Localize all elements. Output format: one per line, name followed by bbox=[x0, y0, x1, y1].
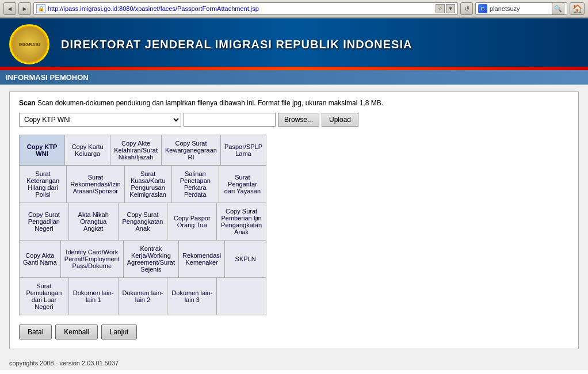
refresh-button[interactable]: ↺ bbox=[460, 2, 473, 15]
address-bar: 🔒 http://ipass.imigrasi.go.id:8080/xpasi… bbox=[33, 2, 458, 15]
doc-cell-akta-nikah[interactable]: Akta Nikah Orangtua Angkat bbox=[69, 203, 119, 240]
main-area: Scan Scan dokumen-dokumen pendukung dan … bbox=[0, 85, 588, 356]
ssl-star-icon[interactable]: ☆ bbox=[436, 4, 445, 13]
doc-cell-identity-card[interactable]: Identity Card/Work Permit/Employment Pas… bbox=[61, 241, 124, 277]
home-button[interactable]: 🏠 bbox=[570, 2, 585, 15]
doc-row-2: Surat Keterangan Hilang dari Polisi Sura… bbox=[20, 166, 266, 203]
footer: copyrights 2008 - version 2.03.01.5037 bbox=[0, 356, 588, 370]
header-title: DIREKTORAT JENDERAL IMIGRASI REPUBLIK IN… bbox=[61, 38, 412, 51]
forward-button[interactable]: ► bbox=[18, 2, 31, 15]
dropdown-wrap: Copy KTP WNI Copy Kartu Keluarga Copy Ak… bbox=[19, 113, 181, 127]
doc-cell-copy-akte[interactable]: Copy Akte Kelahiran/Surat Nikah/Ijazah bbox=[110, 135, 162, 165]
doc-cell-kontrak-kerja[interactable]: Kontrak Kerja/Working Agreement/Surat Se… bbox=[124, 241, 179, 277]
doc-cell-dokumen-lain-1[interactable]: Dokumen lain-lain 1 bbox=[69, 278, 119, 315]
browser-chrome: ◄ ► 🔒 http://ipass.imigrasi.go.id:8080/x… bbox=[0, 0, 588, 18]
doc-row-1: Copy KTP WNI Copy Kartu Keluarga Copy Ak… bbox=[20, 135, 266, 166]
search-wrap: G planetsuzy 🔍 bbox=[475, 2, 567, 15]
back-button[interactable]: ◄ bbox=[3, 2, 16, 15]
doc-cell-surat-keterangan-hilang[interactable]: Surat Keterangan Hilang dari Polisi bbox=[20, 166, 67, 203]
doc-row-3: Copy Surat Pengadilan Negeri Akta Nikah … bbox=[20, 203, 266, 241]
kembali-button[interactable]: Kembali bbox=[55, 325, 97, 339]
ssl-lock-icon[interactable]: ▼ bbox=[446, 4, 455, 13]
doc-cell-surat-pemulangan[interactable]: Surat Pemulangan dari Luar Negeri bbox=[20, 278, 69, 315]
section-label: INFORMASI PEMOHON bbox=[6, 73, 89, 82]
doc-cell-salinan-penetapan[interactable]: Salinan Penetapan Perkara Perdata bbox=[172, 166, 219, 203]
file-input-box bbox=[184, 113, 276, 127]
lanjut-button[interactable]: Lanjut bbox=[101, 325, 138, 339]
document-grid: Copy KTP WNI Copy Kartu Keluarga Copy Ak… bbox=[19, 135, 266, 315]
doc-row-5: Surat Pemulangan dari Luar Negeri Dokume… bbox=[20, 278, 266, 315]
doc-cell-copy-paspor-orang-tua[interactable]: Copy Paspor Orang Tua bbox=[167, 203, 217, 240]
doc-cell-dokumen-lain-3[interactable]: Dokumen lain-lain 3 bbox=[167, 278, 217, 315]
doc-cell-copy-kartu-keluarga[interactable]: Copy Kartu Keluarga bbox=[65, 135, 110, 165]
doc-cell-copy-surat-ijin-pengangkatan[interactable]: Copy Surat Pemberian Ijin Pengangkatan A… bbox=[217, 203, 266, 240]
doc-cell-copy-akta-ganti-nama[interactable]: Copy Akta Ganti Nama bbox=[20, 241, 61, 277]
scan-instruction: Scan Scan dokumen-dokumen pendukung dan … bbox=[19, 99, 569, 107]
batal-button[interactable]: Batal bbox=[19, 325, 52, 339]
upload-button[interactable]: Upload bbox=[322, 113, 358, 127]
page-icon: 🔒 bbox=[36, 4, 45, 13]
instruction-text: Scan dokumen-dokumen pendukung dan lampi… bbox=[36, 99, 383, 107]
ssl-icons: ☆ ▼ bbox=[436, 4, 455, 13]
search-button[interactable]: 🔍 bbox=[552, 2, 564, 15]
doc-cell-dokumen-lain-2[interactable]: Dokumen lain-lain 2 bbox=[119, 278, 168, 315]
address-text[interactable]: http://ipass.imigrasi.go.id:8080/xpasine… bbox=[48, 5, 436, 12]
browse-button[interactable]: Browse... bbox=[278, 113, 319, 127]
browser-toolbar: ◄ ► 🔒 http://ipass.imigrasi.go.id:8080/x… bbox=[0, 0, 588, 18]
search-engine-icon: G bbox=[478, 4, 487, 13]
logo: IMIGRASI bbox=[9, 24, 49, 64]
upload-row: Copy KTP WNI Copy Kartu Keluarga Copy Ak… bbox=[19, 113, 569, 127]
doc-cell-copy-surat-pengadilan[interactable]: Copy Surat Pengadilan Negeri bbox=[20, 203, 69, 240]
doc-cell-empty bbox=[217, 278, 266, 315]
instruction-bold: Scan bbox=[19, 99, 36, 107]
doc-row-4: Copy Akta Ganti Nama Identity Card/Work … bbox=[20, 241, 266, 278]
doc-cell-surat-pengantar[interactable]: Surat Pengantar dari Yayasan bbox=[219, 166, 266, 203]
section-header: INFORMASI PEMOHON bbox=[0, 70, 588, 85]
page-header: IMIGRASI DIREKTORAT JENDERAL IMIGRASI RE… bbox=[0, 18, 588, 70]
footer-text: copyrights 2008 - version 2.03.01.5037 bbox=[9, 360, 119, 367]
search-text: planetsuzy bbox=[490, 5, 552, 12]
doc-cell-surat-kuasa[interactable]: Surat Kuasa/Kartu Pengurusan Keimigrasia… bbox=[125, 166, 172, 203]
doc-cell-copy-surat-pengangkatan[interactable]: Copy Surat Pengangkatan Anak bbox=[119, 203, 168, 240]
doc-cell-copy-ktp-wni[interactable]: Copy KTP WNI bbox=[20, 135, 65, 165]
document-type-select[interactable]: Copy KTP WNI Copy Kartu Keluarga Copy Ak… bbox=[20, 113, 181, 126]
doc-cell-copy-surat-kewarganegaraan[interactable]: Copy Surat Kewarganegaraan RI bbox=[162, 135, 221, 165]
doc-cell-surat-rekomendasi[interactable]: Surat Rekomendasi/Izin Atasan/Sponsor bbox=[67, 166, 124, 203]
bottom-buttons: Batal Kembali Lanjut bbox=[19, 325, 569, 339]
doc-cell-skpln[interactable]: SKPLN bbox=[225, 241, 266, 277]
content-box: Scan Scan dokumen-dokumen pendukung dan … bbox=[9, 91, 579, 349]
doc-cell-paspor-splp[interactable]: Paspor/SPLP Lama bbox=[221, 135, 266, 165]
page-content: IMIGRASI DIREKTORAT JENDERAL IMIGRASI RE… bbox=[0, 18, 588, 370]
doc-cell-rekomendasi-kemenaker[interactable]: Rekomendasi Kemenaker bbox=[179, 241, 225, 277]
logo-inner: IMIGRASI bbox=[12, 27, 47, 62]
